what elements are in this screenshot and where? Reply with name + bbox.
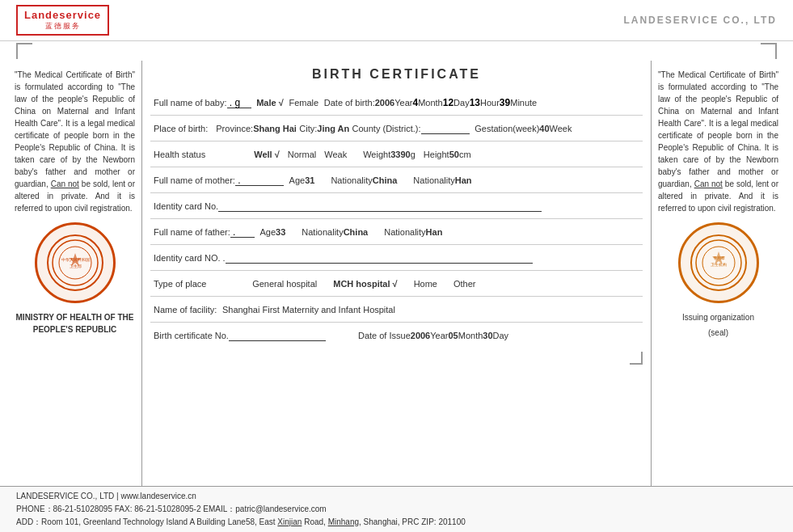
dob-label: Date of birth:	[324, 98, 375, 108]
main-content: "The Medical Certificate of Birth" is fo…	[0, 61, 793, 486]
bottom-right-mark	[630, 352, 643, 365]
mother-nat1-val: China	[373, 175, 398, 185]
father-age-label: Age	[259, 227, 276, 237]
place-label: Place of birth:	[154, 124, 208, 133]
xinjian-underline: Xinjian	[277, 517, 302, 526]
weight-val: 3390	[390, 150, 410, 159]
left-sidebar-text: "The Medical Certificate of Birth" is fo…	[15, 69, 135, 214]
gestation-unit: Week	[550, 124, 572, 133]
health-row: Health status Well √ Normal Weak Weight …	[150, 141, 643, 167]
seal-inner-left: 中华人民共和国 卫生部	[47, 234, 103, 291]
type-row: Type of place General hospital MCH hospi…	[150, 271, 643, 297]
mother-nat2-val: Han	[455, 175, 472, 185]
seal-left-svg: 中华人民共和国 卫生部	[51, 239, 99, 287]
can-not-text: Can not	[51, 179, 79, 188]
svg-text:卫生机构: 卫生机构	[711, 262, 727, 267]
id-mother-label: Identity card No.	[154, 201, 218, 211]
header-company: LANDESERVICE CO., LTD	[623, 15, 777, 26]
cert-label: Birth certificate No.	[154, 331, 229, 340]
cert-row: Birth certificate No. Date of Issue 2006…	[150, 323, 643, 348]
father-name-line: .	[230, 226, 255, 238]
mother-name-line: .	[235, 175, 284, 186]
svg-text:卫生部: 卫生部	[69, 264, 81, 268]
dob-hour-label: Hour	[480, 98, 500, 108]
seal-left: 中华人民共和国 卫生部	[35, 222, 116, 303]
seal-inner-right: 专用章 卫生机构	[690, 234, 747, 291]
father-nat1-val: China	[344, 227, 369, 237]
mother-nat2-label: Nationality	[413, 175, 454, 185]
facility-val: Shanghai First Maternity and Infant Hosp…	[222, 305, 395, 315]
father-nat1-label: Nationality	[302, 227, 343, 237]
dob-hour: 13	[470, 97, 480, 108]
footer-line1: LANDESERVICE CO., LTD | www.landeservice…	[16, 490, 777, 503]
height-unit: cm	[459, 150, 471, 159]
issue-month: 05	[448, 331, 458, 340]
province-val: Shang Hai	[253, 124, 297, 133]
health-weak: Weak	[324, 150, 347, 159]
father-nat2-label: Nationality	[384, 227, 425, 237]
right-sidebar: "The Medical Certificate of Birth" is fo…	[652, 61, 785, 486]
footer-line3: ADD：Room 101, Greenland Technology Islan…	[16, 516, 777, 529]
height-val: 50	[449, 150, 459, 159]
id-father-row: Identity card NO. .	[150, 245, 643, 271]
baby-row: Full name of baby: . g Male √ Female Dat…	[150, 90, 643, 116]
facility-row: Name of facility: Shanghai First Materni…	[150, 297, 643, 323]
seal-label: (seal)	[658, 327, 778, 339]
dob-year: 2006	[375, 98, 394, 108]
id-father-line	[226, 252, 533, 264]
type-mch: MCH hospital √	[333, 279, 397, 289]
logo-text-en: Landeservice	[24, 9, 101, 21]
footer: LANDESERVICE CO., LTD | www.landeservice…	[0, 486, 793, 532]
gestation-label: Gestation(week)	[475, 124, 539, 133]
issuing-org-text: Issuing organization	[658, 311, 778, 323]
dob-month-label: Month	[418, 98, 443, 108]
father-label: Full name of father:	[154, 227, 230, 237]
dob-minute: 39	[500, 97, 510, 108]
dob-day: 12	[443, 97, 453, 108]
type-general: General hospital	[252, 279, 317, 289]
issue-year-label: Year	[430, 331, 448, 340]
gender-male: Male √	[256, 98, 284, 108]
health-label: Health status	[154, 150, 205, 159]
logo: Landeservice 蓝德服务	[16, 5, 109, 36]
issue-month-label: Month	[458, 331, 483, 340]
place-row: Place of birth: Province: Shang Hai City…	[150, 116, 643, 141]
minhang-underline: Minhang	[328, 517, 359, 526]
province-label: Province:	[216, 124, 253, 133]
mother-age-val: 31	[305, 175, 314, 185]
seal-right-svg: 专用章 卫生机构	[694, 239, 743, 287]
id-father-label: Identity card NO. .	[154, 253, 226, 263]
type-label: Type of place	[154, 279, 206, 289]
weight-label: Weight	[363, 150, 390, 159]
corner-marks	[0, 41, 793, 61]
city-val: Jing An	[317, 124, 349, 133]
dob-minute-label: Minute	[510, 98, 537, 108]
father-nat2-val: Han	[426, 227, 443, 237]
header: Landeservice 蓝德服务 LANDESERVICE CO., LTD	[0, 0, 793, 41]
type-home: Home	[414, 279, 437, 289]
page: Landeservice 蓝德服务 LANDESERVICE CO., LTD …	[0, 0, 793, 532]
mother-row: Full name of mother: . Age 31 Nationalit…	[150, 167, 643, 193]
gender-female: Female	[289, 98, 318, 108]
baby-name-line: . g	[227, 97, 251, 108]
corner-mark-right	[761, 43, 777, 59]
issue-year: 2006	[411, 331, 430, 340]
gestation-val: 40	[539, 124, 549, 133]
health-well: Well √	[254, 150, 280, 159]
facility-label: Name of facility:	[154, 305, 217, 315]
father-age-val: 33	[276, 227, 285, 237]
type-other: Other	[453, 279, 476, 289]
dob-year-label: Year	[394, 98, 412, 108]
right-can-not: Can not	[694, 179, 723, 188]
father-row: Full name of father: . Age 33 Nationalit…	[150, 219, 643, 245]
id-mother-line	[218, 201, 542, 212]
issue-day-label: Day	[493, 331, 509, 340]
weight-unit: g	[411, 150, 415, 159]
issue-day: 30	[483, 331, 492, 340]
mother-age-label: Age	[289, 175, 306, 185]
city-label: City:	[299, 124, 317, 133]
right-sidebar-text: "The Medical Certificate of Birth" is fo…	[658, 69, 778, 214]
ministry-text: MINISTRY OF HEALTH OF THE PEOPLE'S REPUB…	[15, 311, 135, 336]
footer-line2: PHONE：86-21-51028095 FAX: 86-21-51028095…	[16, 503, 777, 516]
center-doc: BIRTH CERTIFICATE Full name of baby: . g…	[141, 61, 652, 486]
